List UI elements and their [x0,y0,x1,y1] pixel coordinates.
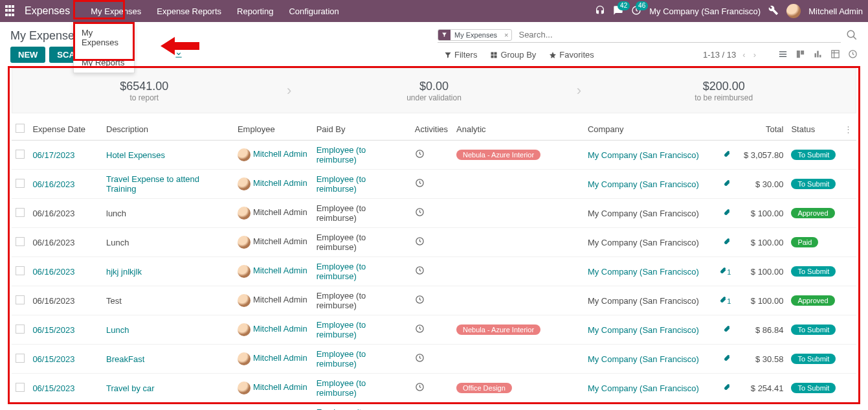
cell-paid[interactable]: Employee (to reimburse) [313,228,411,257]
cell-emp[interactable]: Mitchell Admin [234,286,313,315]
debug-icon[interactable] [768,5,779,17]
row-checkbox[interactable] [16,150,25,159]
cell-attachment[interactable]: 1 [715,257,735,286]
clock-icon[interactable] [415,179,425,190]
paperclip-icon[interactable]: 1 [719,296,731,306]
pivot-view-icon[interactable] [830,49,840,61]
download-icon[interactable] [174,49,183,60]
paperclip-icon[interactable] [723,238,731,247]
summary-cell-to-report[interactable]: $6541.00to report [12,69,276,113]
cell-emp[interactable]: Mitchell Admin [234,403,313,411]
cell-desc[interactable]: Test [102,286,234,315]
summary-cell-under-validation[interactable]: $0.00under validation [302,69,566,113]
cell-company[interactable]: My Company (San Francisco) [584,345,715,374]
cell-paid[interactable]: Employee (to reimburse) [313,315,411,345]
cell-date[interactable]: 06/15/2023 [28,345,102,374]
cell-activity[interactable] [411,199,452,228]
cell-company[interactable]: My Company (San Francisco) [584,315,715,345]
cell-company[interactable]: My Company (San Francisco) [584,141,715,170]
favorites-button[interactable]: Favorites [549,50,594,60]
cell-analytic[interactable]: Nebula - Azure Interior [452,403,584,411]
cell-attachment[interactable] [715,170,735,199]
col-paid[interactable]: Paid By [313,119,411,141]
cell-paid[interactable]: Employee (to reimburse) [313,345,411,374]
cell-attachment[interactable] [715,345,735,374]
clock-icon[interactable] [415,296,425,306]
cell-analytic[interactable] [452,257,584,286]
user-avatar-icon[interactable] [786,4,801,18]
search-icon[interactable] [846,29,858,43]
table-row[interactable]: 06/17/2023Hotel ExpensesMitchell AdminEm… [12,141,856,170]
pager-prev-icon[interactable]: ‹ [741,50,746,60]
cell-activity[interactable] [411,170,452,199]
cell-activity[interactable] [411,403,452,411]
cell-paid[interactable]: Employee (to reimburse) [313,374,411,403]
row-checkbox[interactable] [16,383,25,392]
nav-item-expense-reports[interactable]: Expense Reports [149,0,229,22]
cell-attachment[interactable] [715,228,735,257]
list-view-icon[interactable] [778,49,788,61]
col-ana[interactable]: Analytic [452,119,584,141]
table-row[interactable]: 06/15/2023Travel by carMitchell AdminEmp… [12,374,856,403]
clock-icon[interactable] [415,325,425,336]
dropdown-item-my-reports[interactable]: My Reports [74,52,134,73]
app-name[interactable]: Expenses [25,5,70,17]
search-input[interactable] [516,28,841,41]
cell-emp[interactable]: Mitchell Admin [234,315,313,345]
pager-value[interactable]: 1-13 / 13 [703,50,736,60]
cell-attachment[interactable] [715,403,735,411]
cell-activity[interactable] [411,257,452,286]
table-row[interactable]: 06/16/2023hjkj jnlkjlkMitchell AdminEmpl… [12,257,856,286]
cell-date[interactable]: 06/13/2023 [28,403,102,411]
row-checkbox[interactable] [16,179,25,188]
cell-company[interactable]: My Company (San Francisco) [584,228,715,257]
cell-date[interactable]: 06/17/2023 [28,141,102,170]
table-row[interactable]: 06/16/2023LunchMitchell AdminEmployee (t… [12,228,856,257]
new-button[interactable]: NEW [10,47,45,63]
analytic-tag[interactable]: Nebula - Azure Interior [456,325,540,335]
cell-activity[interactable] [411,141,452,170]
cell-desc[interactable]: BreakFast [102,345,234,374]
cell-date[interactable]: 06/15/2023 [28,315,102,345]
cell-activity[interactable] [411,315,452,345]
clock-icon[interactable] [415,238,425,248]
cell-attachment[interactable] [715,374,735,403]
graph-view-icon[interactable] [813,49,823,61]
optional-columns-icon[interactable]: ⋮ [840,119,856,141]
paperclip-icon[interactable] [723,325,731,335]
row-checkbox[interactable] [16,354,25,363]
nav-item-reporting[interactable]: Reporting [229,0,281,22]
row-checkbox[interactable] [16,266,25,275]
clock-icon[interactable] [415,267,425,277]
cell-activity[interactable] [411,374,452,403]
cell-analytic[interactable] [452,170,584,199]
cell-emp[interactable]: Mitchell Admin [234,170,313,199]
cell-date[interactable]: 06/16/2023 [28,170,102,199]
cell-desc[interactable]: hjkj jnlkjlk [102,257,234,286]
cell-emp[interactable]: Mitchell Admin [234,257,313,286]
cell-analytic[interactable] [452,228,584,257]
row-checkbox[interactable] [16,208,25,217]
cell-paid[interactable]: Employee (to reimburse) [313,199,411,228]
cell-paid[interactable]: Employee (to reimburse) [313,170,411,199]
cell-company[interactable]: My Company (San Francisco) [584,286,715,315]
table-row[interactable]: 06/16/2023Travel Expense to attend Train… [12,170,856,199]
cell-emp[interactable]: Mitchell Admin [234,199,313,228]
cell-desc[interactable]: Travel by car [102,374,234,403]
cell-analytic[interactable]: Office Design [452,374,584,403]
cell-attachment[interactable] [715,199,735,228]
cell-emp[interactable]: Mitchell Admin [234,345,313,374]
cell-desc[interactable]: Hotel Expenses [102,141,234,170]
row-checkbox[interactable] [16,325,25,334]
filters-button[interactable]: Filters [444,50,477,60]
col-comp[interactable]: Company [584,119,715,141]
cell-analytic[interactable]: Nebula - Azure Interior [452,315,584,345]
headset-icon[interactable] [595,5,605,17]
cell-paid[interactable]: Employee (to reimburse) [313,286,411,315]
cell-paid[interactable]: Employee (to reimburse) [313,403,411,411]
table-row[interactable]: 06/16/2023lunchMitchell AdminEmployee (t… [12,199,856,228]
activity-view-icon[interactable] [848,49,858,61]
filter-tag[interactable]: My Expenses × [438,29,512,41]
cell-date[interactable]: 06/16/2023 [28,286,102,315]
table-row[interactable]: 06/13/2023Lunch with CustomerMitchell Ad… [12,403,856,411]
